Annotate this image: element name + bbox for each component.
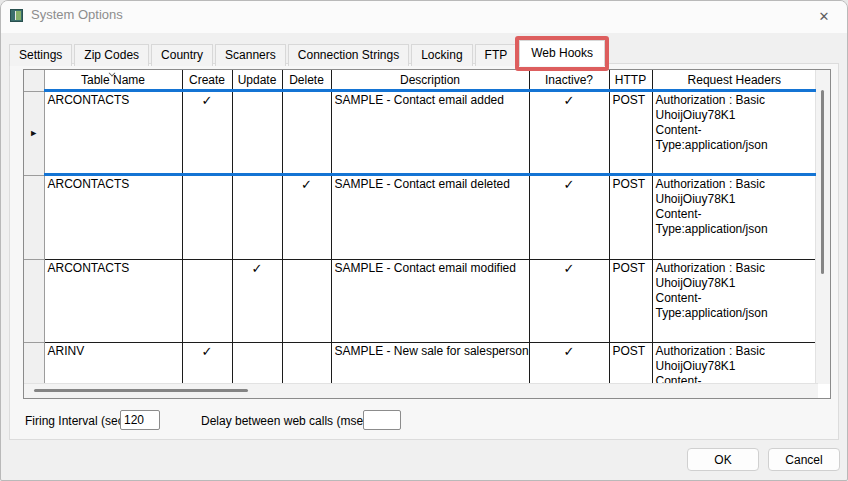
col-header-update[interactable]: Update — [232, 70, 282, 91]
tab-strip: Settings Zip Codes Country Scanners Conn… — [9, 42, 607, 66]
focused-row-bottom-line — [44, 173, 816, 176]
system-options-dialog: System Options ✕ Settings Zip Codes Coun… — [0, 0, 848, 481]
app-icon — [10, 9, 23, 22]
cell-create-check[interactable]: ✓ — [182, 91, 232, 175]
tab-locking[interactable]: Locking — [411, 44, 472, 66]
cell-request-headers[interactable]: Authorization : Basic UhoijOiuy78K1 Cont… — [652, 91, 816, 175]
cell-request-headers[interactable]: Authorization : Basic UhoijOiuy78K1 Cont… — [652, 259, 816, 342]
focused-row-top-line — [44, 89, 816, 92]
cell-description[interactable]: SAMPLE - Contact email modified — [331, 259, 529, 342]
cell-http[interactable]: POST — [609, 175, 652, 259]
delay-between-calls-label: Delay between web calls (msec): — [201, 414, 376, 428]
delay-between-calls-input[interactable] — [363, 410, 401, 430]
table-row[interactable]: ► ARCONTACTS ✓ SAMPLE - Contact email ad… — [24, 91, 816, 175]
cell-delete-check[interactable]: ✓ — [282, 175, 331, 259]
col-header-inactive[interactable]: Inactive? — [529, 70, 609, 91]
cell-description[interactable]: SAMPLE - Contact email deleted — [331, 175, 529, 259]
grid-header-row: Table Name Create Update Delete Descript… — [24, 70, 816, 91]
cell-request-headers[interactable]: Authorization : Basic UhoijOiuy78K1 Cont… — [652, 175, 816, 259]
tab-zip-codes[interactable]: Zip Codes — [74, 44, 149, 66]
table-row[interactable]: ARCONTACTS ✓ SAMPLE - Contact email modi… — [24, 259, 816, 342]
cell-table-name[interactable]: ARCONTACTS — [44, 175, 182, 259]
grid-corner-cell — [24, 70, 44, 91]
cell-http[interactable]: POST — [609, 91, 652, 175]
col-header-delete[interactable]: Delete — [282, 70, 331, 91]
row-selector-cell[interactable]: ► — [24, 91, 44, 175]
cell-update-check[interactable] — [232, 175, 282, 259]
col-header-table-name[interactable]: Table Name — [44, 70, 182, 91]
col-header-create[interactable]: Create — [182, 70, 232, 91]
row-selector-cell[interactable] — [24, 175, 44, 259]
cell-inactive-check[interactable]: ✓ — [529, 175, 609, 259]
ok-button[interactable]: OK — [687, 448, 759, 471]
cancel-button[interactable]: Cancel — [768, 448, 840, 471]
tab-connection-strings[interactable]: Connection Strings — [288, 44, 409, 66]
row-selector-cell[interactable] — [24, 259, 44, 342]
cell-update-check[interactable] — [232, 91, 282, 175]
cell-table-name[interactable]: ARCONTACTS — [44, 259, 182, 342]
title-bar: System Options ✕ — [1, 1, 847, 33]
tab-settings[interactable]: Settings — [9, 44, 72, 66]
horizontal-scrollbar[interactable] — [24, 383, 818, 398]
col-header-http[interactable]: HTTP — [609, 70, 652, 91]
current-row-arrow: ► — [29, 128, 38, 138]
tab-country[interactable]: Country — [151, 44, 213, 66]
window-title: System Options — [31, 7, 123, 22]
vertical-scrollbar[interactable] — [815, 70, 830, 384]
vertical-scrollbar-thumb[interactable] — [821, 90, 824, 274]
cell-description[interactable]: SAMPLE - Contact email added — [331, 91, 529, 175]
horizontal-scrollbar-thumb[interactable] — [34, 389, 248, 392]
webhooks-grid: Table Name Create Update Delete Descript… — [23, 69, 831, 399]
tab-web-hooks[interactable]: Web Hooks — [519, 40, 605, 66]
cell-inactive-check[interactable]: ✓ — [529, 259, 609, 342]
cell-delete-check[interactable] — [282, 91, 331, 175]
cell-delete-check[interactable] — [282, 259, 331, 342]
firing-interval-label: Firing Interval (sec): — [25, 414, 131, 428]
tab-ftp[interactable]: FTP — [475, 44, 518, 66]
firing-interval-input[interactable] — [120, 410, 160, 430]
table-row[interactable]: ARCONTACTS ✓ SAMPLE - Contact email dele… — [24, 175, 816, 259]
close-icon[interactable]: ✕ — [809, 5, 839, 29]
col-header-description[interactable]: Description — [331, 70, 529, 91]
sort-glyph — [109, 70, 115, 76]
cell-http[interactable]: POST — [609, 259, 652, 342]
cell-inactive-check[interactable]: ✓ — [529, 91, 609, 175]
webhooks-table: Table Name Create Update Delete Descript… — [24, 70, 816, 399]
col-header-request-headers[interactable]: Request Headers — [652, 70, 816, 91]
cell-create-check[interactable] — [182, 259, 232, 342]
tab-web-hooks-label: Web Hooks — [531, 46, 593, 60]
cell-create-check[interactable] — [182, 175, 232, 259]
cell-update-check[interactable]: ✓ — [232, 259, 282, 342]
cell-table-name[interactable]: ARCONTACTS — [44, 91, 182, 175]
tab-scanners[interactable]: Scanners — [215, 44, 286, 66]
